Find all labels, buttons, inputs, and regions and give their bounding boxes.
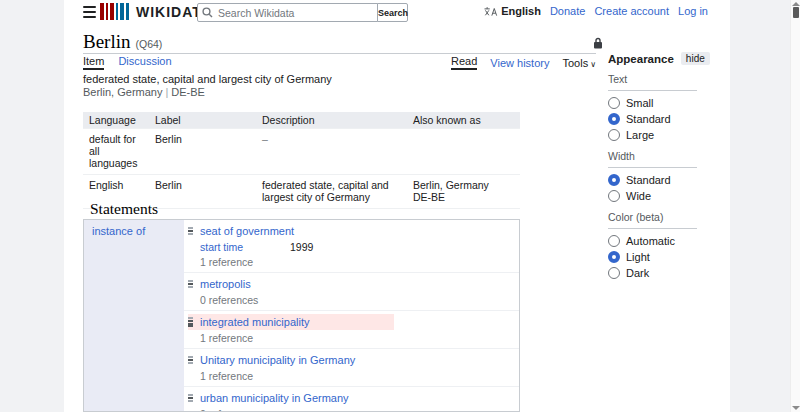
qualifier-property-link[interactable]: start time [200,241,290,253]
cell-label: Berlin [149,175,256,209]
tab-discussion[interactable]: Discussion [118,55,171,70]
radio-color-light[interactable]: Light [608,251,710,263]
cell-description: federated state, capital and largest cit… [256,175,407,209]
references-toggle[interactable]: 0 references [200,406,519,412]
claims-list: seat of government start time 1999 1 ref… [184,220,519,411]
section-label: Text [608,73,697,91]
entity-description: federated state, capital and largest cit… [83,73,332,85]
entity-aliases: Berlin, Germany|DE-BE [83,86,332,98]
radio-width-wide[interactable]: Wide [608,190,710,202]
cell-also-known-as: Berlin, Germany DE-BE [407,175,520,209]
appearance-section-text: Text Small Standard Large [608,73,710,141]
hide-appearance-button[interactable]: hide [681,52,710,65]
entity-id: (Q64) [136,38,163,50]
title-bar: Berlin(Q64) [83,31,596,54]
claim-value-link[interactable]: urban municipality in Germany [200,392,349,404]
references-toggle[interactable]: 1 reference [200,254,519,272]
tab-view-history[interactable]: View history [490,57,549,69]
statement-group: instance of seat of government start tim… [83,219,520,412]
cell-description: – [256,129,407,175]
page-content: WIKIDATA Search English Donate Create ac… [64,0,730,412]
claim-value-link[interactable]: metropolis [200,278,251,290]
radio-width-standard[interactable]: Standard [608,174,710,186]
protection-lock-icon [593,37,603,49]
section-label: Color (beta) [608,211,697,229]
cell-also-known-as [407,129,520,175]
create-account-link[interactable]: Create account [594,5,669,17]
radio-color-automatic[interactable]: Automatic [608,235,710,247]
cell-language: default for all languages [83,129,149,175]
rank-selector-icon-deprecated[interactable] [188,317,193,327]
radio-color-dark[interactable]: Dark [608,267,710,279]
donate-link[interactable]: Donate [550,5,585,17]
wikidata-logo-barcode-icon [100,3,129,20]
radio-text-large[interactable]: Large [608,129,710,141]
radio-icon[interactable] [608,251,620,263]
rank-selector-icon[interactable] [188,356,193,364]
tab-read[interactable]: Read [451,55,477,70]
language-selector[interactable]: English [483,5,541,17]
radio-text-small[interactable]: Small [608,97,710,109]
language-icon [483,6,498,17]
radio-icon[interactable] [608,113,620,125]
property-link[interactable]: instance of [92,225,145,237]
claim-row: urban municipality in Germany 0 referenc… [184,387,519,412]
cell-label: Berlin [149,129,256,175]
qualifier-row: start time 1999 [200,239,519,254]
col-description: Description [256,112,407,129]
entity-description-block: federated state, capital and largest cit… [83,73,332,98]
radio-icon[interactable] [608,190,620,202]
search-button[interactable]: Search [377,3,408,22]
references-toggle[interactable]: 0 references [200,292,519,310]
search-bar: Search [197,3,408,22]
appearance-panel: Appearance hide Text Small Standard Larg… [608,52,710,288]
vertical-scrollbar[interactable] [790,0,800,412]
chevron-down-icon: ∨ [590,60,596,69]
radio-icon[interactable] [608,235,620,247]
radio-icon[interactable] [608,174,620,186]
claim-row: integrated municipality 1 reference [184,311,519,349]
search-icon [202,7,213,18]
appearance-section-color: Color (beta) Automatic Light Dark [608,211,710,279]
rank-selector-icon[interactable] [188,280,193,288]
col-also-known-as: Also known as [407,112,520,129]
main-menu-icon[interactable] [83,6,96,18]
statements-heading: Statements [90,200,158,218]
rank-selector-icon[interactable] [188,394,193,402]
radio-text-standard[interactable]: Standard [608,113,710,125]
wikidata-page: WIKIDATA Search English Donate Create ac… [0,0,800,412]
log-in-link[interactable]: Log in [678,5,708,17]
references-toggle[interactable]: 1 reference [200,330,519,348]
rank-selector-icon[interactable] [188,227,193,235]
search-input[interactable] [197,3,378,22]
references-toggle[interactable]: 1 reference [200,368,519,386]
col-language: Language [83,112,149,129]
page-tabs: Item Discussion Read View history Tools∨ [83,55,596,68]
radio-icon[interactable] [608,129,620,141]
tools-menu[interactable]: Tools∨ [562,57,596,69]
radio-icon[interactable] [608,97,620,109]
claim-value-link[interactable]: seat of government [200,225,294,237]
terms-table: Language Label Description Also known as… [83,112,520,209]
tab-item[interactable]: Item [83,55,104,70]
radio-icon[interactable] [608,267,620,279]
page-title: Berlin [83,31,131,52]
scroll-down-arrow-icon[interactable] [792,406,800,410]
section-label: Width [608,150,697,168]
qualifier-value: 1999 [290,241,313,253]
terms-header-row: Language Label Description Also known as [83,112,520,129]
claim-row: seat of government start time 1999 1 ref… [184,220,519,273]
appearance-section-width: Width Standard Wide [608,150,710,202]
scrollbar-thumb[interactable] [793,7,799,18]
col-label: Label [149,112,256,129]
user-links: English Donate Create account Log in [483,5,708,17]
table-row: default for all languages Berlin – [83,129,520,175]
claim-value-link[interactable]: Unitary municipality in Germany [200,354,355,366]
scroll-up-arrow-icon[interactable] [792,2,800,6]
property-cell: instance of [84,220,184,411]
claim-row: metropolis 0 references [184,273,519,311]
claim-row: Unitary municipality in Germany 1 refere… [184,349,519,387]
wikidata-logo[interactable]: WIKIDATA [100,3,212,20]
claim-value-link[interactable]: integrated municipality [200,316,309,328]
appearance-title: Appearance [608,53,674,65]
